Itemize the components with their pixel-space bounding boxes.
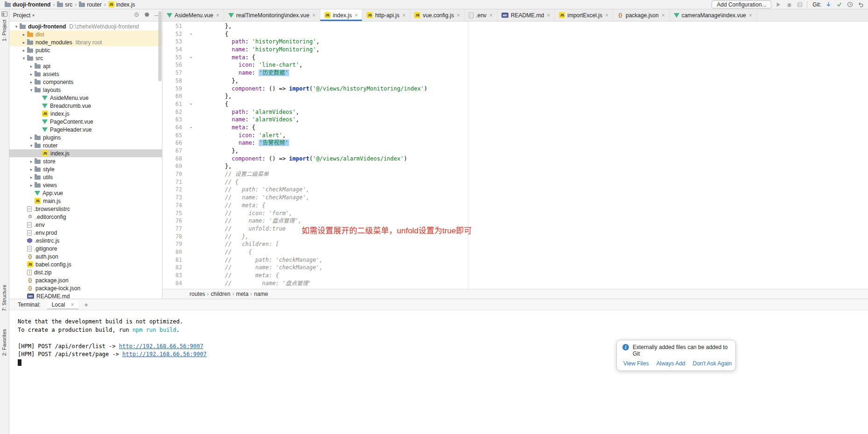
editor[interactable]: 51 },52▾ {53 path: 'historyMonitoring',5…	[162, 21, 868, 289]
tab-close-icon[interactable]: ×	[71, 301, 74, 308]
tree-item-pagecontent-vue[interactable]: PageContent.vue	[9, 118, 162, 126]
tree-item-components[interactable]: ▸components	[9, 78, 162, 86]
tree-item-assets[interactable]: ▸assets	[9, 70, 162, 78]
code-line[interactable]: 57 name: '历史数据'	[162, 69, 868, 77]
editor-breadcrumb-name[interactable]: name	[253, 291, 269, 297]
line-number[interactable]: 78	[162, 233, 184, 241]
breadcrumb-item-router[interactable]: router	[78, 1, 102, 8]
code-line[interactable]: 54 name: 'historyMonitoring',	[162, 46, 868, 54]
chevron-right-icon[interactable]: ▸	[28, 183, 35, 188]
line-number[interactable]: 64	[162, 124, 184, 132]
add-configuration-button[interactable]: Add Configuration...	[712, 0, 771, 8]
tree-item-env[interactable]: .env	[9, 221, 162, 229]
tree-item-package-json[interactable]: {}package.json	[9, 276, 162, 284]
chevron-right-icon[interactable]: ▸	[21, 40, 27, 45]
line-number[interactable]: 62	[162, 108, 184, 116]
line-number[interactable]: 53	[162, 38, 184, 46]
line-number[interactable]: 57	[162, 69, 184, 77]
code-line[interactable]: 59 component: () => import('@/views/hist…	[162, 85, 868, 93]
chevron-right-icon[interactable]: ▸	[28, 80, 35, 84]
tab-cameramanage-index-vue[interactable]: cameraManage\index.vue×	[670, 9, 757, 21]
tree-item-auth-json[interactable]: {}auth.json	[9, 252, 162, 260]
tab-asidemenu-vue[interactable]: AsideMenu.vue×	[162, 9, 224, 21]
editor-breadcrumb-routes[interactable]: routes	[189, 291, 206, 297]
line-number[interactable]: 75	[162, 210, 184, 217]
fold-icon[interactable]: ▾	[184, 124, 198, 132]
tab-close-icon[interactable]: ×	[402, 12, 405, 19]
chevron-right-icon[interactable]: ▸	[28, 64, 35, 69]
line-number[interactable]: 54	[162, 46, 184, 54]
line-number[interactable]: 63	[162, 116, 184, 124]
tab-close-icon[interactable]: ×	[662, 12, 665, 19]
project-panel-title[interactable]: Project	[13, 12, 30, 19]
tree-item-index-js[interactable]: JSindex.js	[9, 149, 162, 157]
git-history-icon[interactable]	[846, 1, 854, 8]
line-number[interactable]: 77	[162, 225, 184, 233]
code-line[interactable]: 70 // 设置二级菜单	[162, 170, 868, 178]
hide-panel-icon[interactable]: ─	[154, 12, 158, 19]
line-number[interactable]: 59	[162, 85, 184, 93]
code-line[interactable]: 66 name: '告警视频'	[162, 139, 868, 147]
notification-action-always-add[interactable]: Always Add	[656, 360, 685, 367]
tab-http-api-js[interactable]: JShttp-api.js×	[362, 9, 410, 21]
code-line[interactable]: 64▾ meta: {	[162, 124, 868, 132]
tree-item-utils[interactable]: ▸utils	[9, 173, 162, 181]
code-line[interactable]: 53 path: 'historyMonitoring',	[162, 38, 868, 46]
tree-item-store[interactable]: ▸store	[9, 157, 162, 165]
notification-action-don-t-ask-again[interactable]: Don't Ask Again	[693, 360, 732, 367]
tab-close-icon[interactable]: ×	[312, 12, 316, 19]
tab-realtimemonitoring-index-vue[interactable]: realTimeMonitoring\index.vue×	[224, 9, 320, 21]
line-number[interactable]: 74	[162, 202, 184, 210]
debug-icon[interactable]	[785, 1, 793, 8]
tree-item-style[interactable]: ▸style	[9, 165, 162, 173]
tree-item-browserslistrc[interactable]: .browserslistrc	[9, 205, 162, 213]
tree-item-package-lock-json[interactable]: {}package-lock.json	[9, 284, 162, 292]
tree-scrollbar[interactable]	[158, 11, 162, 81]
chevron-down-icon[interactable]: ▾	[28, 143, 35, 148]
chevron-right-icon[interactable]: ▸	[28, 72, 35, 77]
chevron-right-icon[interactable]: ▸	[21, 48, 27, 53]
gear-icon[interactable]	[144, 12, 150, 19]
line-number[interactable]: 60	[162, 92, 184, 100]
tree-item-layouts[interactable]: ▾layouts	[9, 86, 162, 94]
tab-importexcel-js[interactable]: JSimportExcel.js×	[555, 9, 613, 21]
tree-item-asidemenu-vue[interactable]: AsideMenu.vue	[9, 94, 162, 102]
tab-env[interactable]: .env×	[465, 9, 497, 21]
chevron-right-icon[interactable]: ▸	[28, 167, 35, 172]
terminal-output[interactable]: Note that the development build is not o…	[9, 310, 868, 434]
chevron-right-icon[interactable]: ▸	[28, 135, 35, 140]
code-line[interactable]: 74 // meta: {	[162, 202, 868, 210]
tree-item-dist[interactable]: ▸dist	[9, 30, 162, 38]
tab-readme-md[interactable]: MDREADME.md×	[497, 9, 555, 21]
line-number[interactable]: 83	[162, 272, 184, 280]
tree-item-duoji-frontend[interactable]: ▾duoji-frontendD:\zheheWeb\duoji-fronten…	[9, 22, 162, 30]
tree-item-editorconfig[interactable]: ⚙.editorconfig	[9, 213, 162, 221]
code-line[interactable]: 71 // {	[162, 178, 868, 186]
tree-item-api[interactable]: ▸api	[9, 62, 162, 70]
breadcrumb-item-duoji-frontend[interactable]: duoji-frontend	[4, 1, 51, 8]
terminal-link[interactable]: http://192.168.66.56:9007	[119, 343, 204, 350]
tool-button-project[interactable]: 1: Project	[1, 20, 7, 41]
code-line[interactable]: 79 // children: [	[162, 240, 868, 248]
line-number[interactable]: 65	[162, 132, 184, 140]
code-line[interactable]: 58 },	[162, 77, 868, 85]
tree-item-index-js[interactable]: JSindex.js	[9, 110, 162, 118]
breadcrumb-item-index-js[interactable]: JSindex.js	[107, 1, 136, 8]
line-number[interactable]: 69	[162, 162, 184, 170]
line-number[interactable]: 82	[162, 264, 184, 272]
tree-item-gitignore[interactable]: .gitignore	[9, 245, 162, 252]
run-icon[interactable]	[775, 1, 782, 8]
code-line[interactable]: 73 // name: 'checkManage',	[162, 194, 868, 202]
line-number[interactable]: 80	[162, 248, 184, 256]
fold-icon[interactable]: ▾	[184, 30, 198, 38]
tree-item-dist-zip[interactable]: dist.zip	[9, 268, 162, 276]
fold-icon[interactable]: ▾	[184, 54, 198, 62]
tree-item-router[interactable]: ▾router	[9, 141, 162, 149]
line-number[interactable]: 52	[162, 30, 184, 38]
line-number[interactable]: 51	[162, 22, 184, 30]
tree-item-breadcrumb-vue[interactable]: Breadcrumb.vue	[9, 102, 162, 110]
tree-item-eslintrc-js[interactable]: .eslintrc.js	[9, 237, 162, 245]
tab-package-json[interactable]: {}package.json×	[613, 9, 670, 21]
tree-item-public[interactable]: ▸public	[9, 46, 162, 54]
code-line[interactable]: 55▾ meta: {	[162, 54, 868, 62]
